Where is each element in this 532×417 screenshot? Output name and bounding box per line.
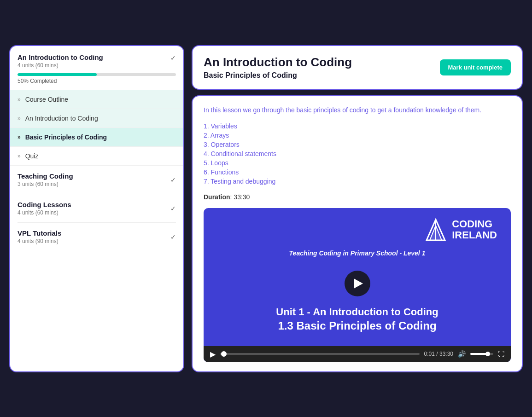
vc-volume-icon[interactable]: 🔊: [458, 350, 466, 358]
vc-fullscreen-button[interactable]: ⛶: [498, 350, 504, 358]
main-content: An Introduction to Coding Basic Principl…: [192, 45, 523, 372]
nav-chevron-basic: »: [18, 134, 21, 140]
coding-lessons-chevron[interactable]: ✓: [170, 205, 176, 212]
nav-item-label-intro: An Introduction to Coding: [25, 115, 98, 122]
logo-line1: CODING: [452, 219, 497, 230]
topic-2: 2. Arrays: [204, 131, 511, 140]
nav-item-label-quiz: Quiz: [25, 152, 39, 160]
vc-volume-indicator: [485, 352, 490, 356]
teaching-coding-meta: 3 units (60 mins): [18, 181, 73, 187]
topic-6: 6. Functions: [204, 168, 511, 177]
nav-item-quiz[interactable]: » Quiz: [10, 147, 183, 166]
page-title: An Introduction to Coding: [204, 55, 352, 70]
coding-lessons-section: Coding Lessons 4 units (60 mins) ✓: [10, 194, 183, 218]
header-card: An Introduction to Coding Basic Principl…: [192, 45, 523, 90]
vc-volume-fill: [470, 353, 486, 355]
video-tagline: Teaching Coding in Primary School - Leve…: [289, 249, 426, 257]
video-logo-text: CODING IRELAND: [452, 219, 497, 241]
active-course-section: An Introduction to Coding 4 units (60 mi…: [10, 46, 183, 90]
topic-7: 7. Testing and debugging: [204, 177, 511, 186]
topics-list: 1. Variables 2. Arrays 3. Operators 4. C…: [204, 122, 511, 186]
nav-items-list: » Course Outline » An Introduction to Co…: [10, 90, 183, 166]
lesson-description: In this lesson we go through the basic p…: [204, 105, 511, 115]
nav-item-course-outline[interactable]: » Course Outline: [10, 90, 183, 109]
nav-item-basic-principles[interactable]: » Basic Principles of Coding: [10, 128, 183, 147]
sidebar: An Introduction to Coding 4 units (60 mi…: [9, 45, 184, 372]
logo-triangle-icon: [424, 217, 447, 243]
teaching-coding-title: Teaching Coding: [18, 172, 73, 180]
vc-progress-indicator: [221, 351, 227, 357]
active-course-title: An Introduction to Coding: [18, 53, 103, 61]
topic-1: 1. Variables: [204, 122, 511, 131]
vpl-tutorials-section: VPL Tutorials 4 units (90 mins) ✓: [10, 223, 183, 246]
progress-label: 50% Completed: [18, 78, 176, 84]
topic-5: 5. Loops: [204, 158, 511, 168]
video-title-line2: 1.3 Basic Principles of Coding: [276, 319, 438, 333]
topic-4: 4. Conditional statements: [204, 149, 511, 158]
nav-item-label-basic: Basic Principles of Coding: [25, 133, 107, 141]
coding-lessons-meta: 4 units (60 mins): [18, 209, 71, 216]
vpl-tutorials-meta: 4 units (90 mins): [18, 238, 61, 244]
coding-lessons-title: Coding Lessons: [18, 201, 71, 208]
vc-time-current: 0:01: [424, 351, 435, 357]
video-controls: ▶ 0:01 / 33:30 🔊 ⛶: [204, 346, 511, 362]
topic-3: 3. Operators: [204, 140, 511, 149]
vc-volume-bar[interactable]: [470, 353, 493, 355]
video-player: CODING IRELAND Teaching Coding in Primar…: [204, 208, 511, 362]
vc-time-separator: /: [436, 351, 439, 357]
nav-item-label-course-outline: Course Outline: [25, 96, 68, 103]
active-course-chevron[interactable]: ✓: [170, 54, 176, 62]
vc-play-button[interactable]: ▶: [210, 350, 216, 359]
duration-label: Duration: [204, 193, 230, 201]
nav-chevron-quiz: »: [18, 153, 21, 159]
vpl-tutorials-title: VPL Tutorials: [18, 229, 61, 237]
vc-progress-bar[interactable]: [220, 353, 420, 355]
teaching-coding-chevron[interactable]: ✓: [170, 176, 176, 184]
play-icon: [354, 278, 363, 289]
page-subtitle: Basic Principles of Coding: [204, 71, 352, 80]
vpl-tutorials-chevron[interactable]: ✓: [170, 233, 176, 241]
nav-item-intro[interactable]: » An Introduction to Coding: [10, 109, 183, 128]
video-body: CODING IRELAND Teaching Coding in Primar…: [204, 208, 511, 346]
video-title-line1: Unit 1 - An Introduction to Coding: [276, 306, 438, 319]
mark-complete-button[interactable]: Mark unit complete: [440, 59, 511, 75]
duration-line: Duration: 33:30: [204, 193, 511, 201]
vc-time-total: 33:30: [439, 351, 453, 357]
duration-value: 33:30: [234, 193, 250, 201]
play-button[interactable]: [345, 271, 370, 296]
active-course-meta: 4 units (60 mins): [18, 62, 103, 69]
nav-chevron-intro: »: [18, 115, 21, 122]
progress-bar-container: [18, 73, 176, 76]
video-logo-area: CODING IRELAND: [424, 217, 497, 243]
logo-line2: IRELAND: [452, 230, 497, 241]
progress-bar-fill: [18, 73, 97, 76]
video-title: Unit 1 - An Introduction to Coding 1.3 B…: [276, 306, 438, 333]
teaching-coding-section: Teaching Coding 3 units (60 mins) ✓: [10, 166, 183, 189]
nav-chevron-outline: »: [18, 96, 21, 103]
vc-time-display: 0:01 / 33:30: [424, 351, 453, 357]
content-card: In this lesson we go through the basic p…: [192, 95, 523, 372]
